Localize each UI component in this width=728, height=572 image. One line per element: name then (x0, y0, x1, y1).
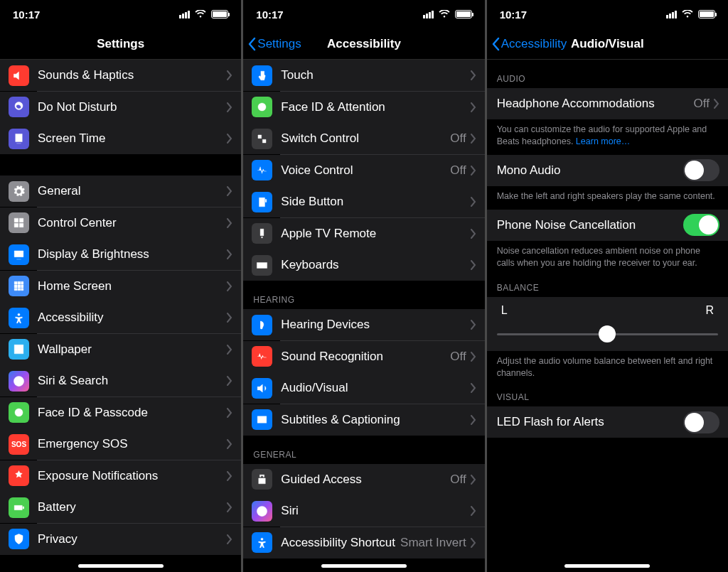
noise-cancellation-row[interactable]: Phone Noise Cancellation (487, 210, 728, 241)
list-item[interactable]: Battery (0, 492, 241, 523)
row-label: Home Screen (38, 279, 227, 293)
chevron-right-icon (471, 166, 476, 176)
home-indicator[interactable] (78, 564, 164, 568)
chevron-left-icon (247, 37, 256, 51)
headphone-accommodations-row[interactable]: Headphone Accommodations Off (487, 88, 728, 119)
list-item[interactable]: Exposure Notifications (0, 460, 241, 492)
list-item[interactable]: Privacy (0, 524, 241, 555)
row-label: Voice Control (281, 163, 450, 178)
dnd-icon (9, 97, 29, 117)
guided-access-icon (252, 469, 272, 490)
status-icons (666, 10, 715, 18)
chevron-right-icon (227, 281, 232, 291)
row-label: Sound Recognition (281, 350, 450, 364)
home-indicator[interactable] (321, 564, 407, 568)
list-item[interactable]: Voice Control Off (243, 155, 484, 186)
list-item[interactable]: Accessibility Shortcut Smart Invert (243, 527, 484, 558)
row-label: Accessibility Shortcut (281, 536, 400, 550)
mono-audio-row[interactable]: Mono Audio (487, 155, 728, 186)
list-item[interactable]: Audio/Visual (243, 372, 484, 404)
list-item[interactable]: Touch (243, 60, 484, 91)
settings-list[interactable]: Sounds & Haptics Do Not Disturb Screen T… (0, 60, 241, 572)
row-label: Sounds & Haptics (38, 68, 227, 82)
chevron-right-icon (227, 439, 232, 449)
learn-more-link[interactable]: Learn more… (576, 136, 630, 146)
visual-section-header: VISUAL (487, 387, 728, 406)
chevron-right-icon (471, 197, 476, 207)
list-item[interactable]: Hearing Devices (243, 309, 484, 340)
list-item[interactable]: Wallpaper (0, 334, 241, 365)
list-item[interactable]: Guided Access Off (243, 464, 484, 495)
sos-icon: SOS (9, 434, 29, 455)
back-button[interactable]: Accessibility (491, 37, 567, 51)
row-label: Hearing Devices (281, 318, 470, 332)
chevron-right-icon (227, 134, 232, 144)
list-item[interactable]: SOS Emergency SOS (0, 428, 241, 460)
noise-footer: Noise cancellation reduces ambient noise… (487, 241, 728, 276)
accessibility-icon (9, 308, 29, 328)
subtitles-icon (252, 409, 272, 430)
slider-thumb[interactable] (599, 325, 616, 342)
exposure-icon (9, 465, 29, 486)
list-item[interactable]: Sound Recognition Off (243, 341, 484, 372)
noise-cancellation-toggle[interactable] (683, 214, 719, 236)
cellular-icon (666, 11, 677, 18)
list-item[interactable]: Apple TV Remote (243, 218, 484, 249)
led-flash-row[interactable]: LED Flash for Alerts (487, 406, 728, 438)
list-item[interactable]: General (0, 176, 241, 207)
screentime-icon (9, 129, 29, 149)
chevron-right-icon (227, 70, 232, 80)
battery-icon (698, 10, 715, 18)
list-item[interactable]: Keyboards (243, 249, 484, 281)
list-item[interactable]: Display & Brightness (0, 239, 241, 270)
list-item[interactable]: Subtitles & Captioning (243, 404, 484, 436)
list-item[interactable]: Switch Control Off (243, 123, 484, 154)
page-title: Accessibility (327, 37, 401, 51)
row-label: Touch (281, 68, 470, 82)
headphone-footer: You can customize the audio for supporte… (487, 119, 728, 155)
list-item[interactable]: Face ID & Attention (243, 92, 484, 123)
display-icon (9, 244, 29, 265)
chevron-left-icon (491, 37, 500, 51)
privacy-icon (9, 529, 29, 549)
row-label: Mono Audio (497, 163, 683, 178)
chevron-right-icon (227, 218, 232, 228)
row-label: Phone Noise Cancellation (497, 218, 683, 232)
audiovisual-screen: 10:17 Accessibility Audio/Visual AUDIO H… (487, 0, 728, 572)
voice-control-icon (252, 160, 272, 180)
list-item[interactable]: Siri & Search (0, 365, 241, 396)
list-item[interactable]: Siri (243, 495, 484, 527)
list-item[interactable]: Accessibility (0, 302, 241, 333)
audiovisual-list[interactable]: AUDIO Headphone Accommodations Off You c… (487, 60, 728, 572)
row-label: General (38, 184, 227, 198)
status-time: 10:17 (256, 9, 283, 21)
home-screen-icon (9, 276, 29, 296)
chevron-right-icon (471, 352, 476, 362)
chevron-right-icon (471, 415, 476, 425)
list-item[interactable]: Control Center (0, 207, 241, 239)
siri-icon (252, 501, 272, 522)
chevron-right-icon (471, 229, 476, 239)
row-label: Accessibility (38, 311, 227, 325)
sound-rec-icon (252, 346, 272, 367)
list-item[interactable]: Sounds & Haptics (0, 60, 241, 91)
back-label: Accessibility (501, 37, 567, 51)
back-button[interactable]: Settings (247, 37, 301, 51)
led-flash-toggle[interactable] (683, 411, 719, 433)
list-item[interactable]: Face ID & Passcode (0, 397, 241, 428)
balance-slider[interactable] (497, 324, 718, 344)
row-value: Smart Invert (400, 536, 466, 550)
chevron-right-icon (227, 345, 232, 355)
home-indicator[interactable] (564, 564, 650, 568)
status-bar: 10:17 (487, 0, 728, 28)
list-item[interactable]: Do Not Disturb (0, 92, 241, 123)
chevron-right-icon (714, 99, 719, 109)
accessibility-list[interactable]: Touch Face ID & Attention Switch Control… (243, 60, 484, 572)
list-item[interactable]: Home Screen (0, 271, 241, 302)
audio-visual-icon (252, 378, 272, 399)
list-item[interactable]: Screen Time (0, 123, 241, 154)
row-label: Battery (38, 500, 227, 514)
mono-audio-toggle[interactable] (683, 159, 719, 181)
list-item[interactable]: Side Button (243, 186, 484, 217)
row-label: Wallpaper (38, 342, 227, 357)
